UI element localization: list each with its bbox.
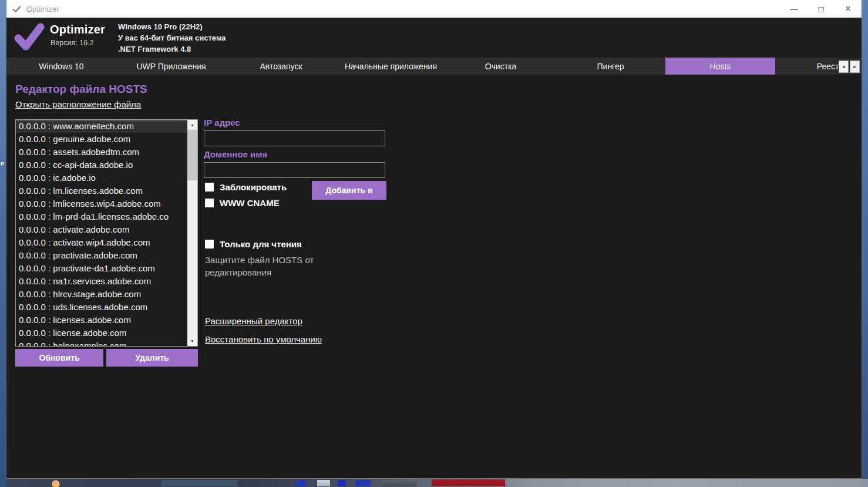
- block-checkbox-row[interactable]: Заблокировать: [205, 182, 287, 192]
- www-cname-checkbox[interactable]: [205, 199, 214, 207]
- domain-name-label: Доменное имя: [204, 149, 267, 159]
- delete-button[interactable]: Удалить: [106, 349, 198, 367]
- system-info: Windows 10 Pro (22H2) У вас 64-бит битна…: [118, 21, 226, 55]
- hosts-entry[interactable]: 0.0.0.0 : ic.adobe.io: [16, 172, 187, 184]
- hosts-entry[interactable]: 0.0.0.0 : cc-api-data.adobe.io: [16, 159, 187, 172]
- readonly-checkbox-label: Только для чтения: [220, 239, 302, 249]
- block-checkbox[interactable]: [205, 183, 214, 192]
- hosts-entry[interactable]: 0.0.0.0 : activate.adobe.com: [16, 223, 187, 236]
- hosts-entry[interactable]: 0.0.0.0 : na1r.services.adobe.com: [16, 275, 187, 288]
- scroll-up-icon: ▲: [190, 123, 194, 127]
- restore-defaults-link[interactable]: Восстановить по умолчанию: [205, 334, 322, 344]
- block-checkbox-label: Заблокировать: [220, 182, 287, 192]
- right-arrow-icon: ►: [853, 65, 857, 69]
- scroll-down-icon: ▼: [190, 339, 194, 343]
- tab[interactable]: Windows 10: [6, 58, 116, 75]
- window-title: Optimizer: [26, 5, 59, 14]
- hosts-entry[interactable]: 0.0.0.0 : helpexamples.com: [16, 340, 187, 346]
- tab-scroll-controls: ◄ ►: [839, 61, 860, 73]
- open-file-location-link[interactable]: Открыть расположение файла: [15, 99, 141, 109]
- hosts-entry[interactable]: 0.0.0.0 : practivate.adobe.com: [16, 249, 187, 262]
- arch-info: У вас 64-бит битная система: [118, 32, 226, 43]
- hosts-entry[interactable]: 0.0.0.0 : license.adobe.com: [16, 327, 187, 340]
- scrollbar-up-button[interactable]: ▲: [187, 120, 197, 130]
- tab[interactable]: Пингер: [556, 58, 665, 75]
- tab[interactable]: Очистка: [446, 58, 556, 75]
- hosts-entry[interactable]: 0.0.0.0 : lm-prd-da1.licenses.adobe.co: [16, 210, 187, 223]
- www-cname-checkbox-row[interactable]: WWW CNAME: [205, 198, 280, 208]
- left-arrow-icon: ◄: [842, 65, 846, 69]
- maximize-button[interactable]: □: [808, 0, 835, 18]
- os-info: Windows 10 Pro (22H2): [118, 21, 226, 32]
- hosts-listbox[interactable]: 0.0.0.0 : www.aomeitech.com0.0.0.0 : gen…: [15, 119, 198, 347]
- www-cname-checkbox-label: WWW CNAME: [220, 198, 280, 208]
- hosts-entry[interactable]: 0.0.0.0 : genuine.adobe.com: [16, 133, 187, 146]
- page-title: Редактор файла HOSTS: [15, 83, 147, 96]
- framework-info: .NET Framework 4.8: [118, 43, 226, 55]
- app-checkmark-icon: [12, 5, 22, 13]
- app-version: Версия: 16.2: [51, 39, 94, 47]
- add-entry-button[interactable]: Добавить в: [312, 181, 386, 200]
- minimize-button[interactable]: —: [780, 0, 808, 18]
- desktop-icon-label-fragment: P: [1, 161, 4, 167]
- optimizer-window: Optimizer — □ × Optimizer Версия: 16.2 W…: [6, 0, 862, 479]
- tab-bar: Windows 10UWP ПриложенияАвтозапускНачаль…: [6, 57, 862, 75]
- hosts-entry[interactable]: 0.0.0.0 : assets.adobedtm.com: [16, 146, 187, 159]
- hosts-entry[interactable]: 0.0.0.0 : lmlicenses.wip4.adobe.com: [16, 197, 187, 210]
- hosts-entry[interactable]: 0.0.0.0 : www.aomeitech.com: [16, 120, 187, 133]
- ip-address-input[interactable]: [204, 130, 385, 146]
- refresh-button[interactable]: Обновить: [15, 349, 103, 367]
- ip-address-label: IP адрес: [204, 117, 240, 127]
- hosts-entry[interactable]: 0.0.0.0 : activate.wip4.adobe.com: [16, 236, 187, 249]
- hosts-entry[interactable]: 0.0.0.0 : licenses.adobe.com: [16, 314, 187, 327]
- tab[interactable]: Hosts: [665, 58, 775, 75]
- readonly-checkbox[interactable]: [205, 240, 214, 248]
- tab-scroll-left-button[interactable]: ◄: [839, 61, 849, 73]
- scrollbar-thumb[interactable]: [187, 130, 197, 180]
- tab[interactable]: Начальные приложения: [336, 58, 446, 75]
- hosts-page: Редактор файла HOSTS Открыть расположени…: [6, 75, 862, 478]
- titlebar[interactable]: Optimizer — □ ×: [6, 0, 862, 18]
- close-icon: ×: [845, 3, 851, 15]
- app-header: Optimizer Версия: 16.2 Windows 10 Pro (2…: [6, 18, 862, 57]
- maximize-icon: □: [818, 4, 823, 14]
- domain-name-input[interactable]: [204, 162, 385, 178]
- window-controls: — □ ×: [780, 0, 862, 18]
- hosts-list-scrollbar[interactable]: ▲ ▼: [187, 120, 197, 346]
- hosts-editor-panel: IP адрес Доменное имя Заблокировать Доба…: [204, 115, 386, 426]
- tab-scroll-right-button[interactable]: ►: [850, 61, 860, 73]
- tab-list: Windows 10UWP ПриложенияАвтозапускНачаль…: [6, 58, 862, 75]
- advanced-editor-link[interactable]: Расширенный редактор: [205, 316, 302, 326]
- readonly-checkbox-row[interactable]: Только для чтения: [205, 239, 302, 249]
- protect-hosts-description: Защитите файл HOSTS от редактирования: [205, 254, 340, 278]
- desktop-wallpaper-strip: [0, 479, 868, 487]
- hosts-entry[interactable]: 0.0.0.0 : lm.licenses.adobe.com: [16, 184, 187, 197]
- minimize-icon: —: [790, 5, 798, 14]
- close-button[interactable]: ×: [835, 0, 862, 18]
- tab[interactable]: UWP Приложения: [116, 58, 226, 75]
- app-name: Optimizer: [50, 23, 105, 36]
- scrollbar-down-button[interactable]: ▼: [187, 336, 197, 346]
- hosts-entry[interactable]: 0.0.0.0 : hlrcv.stage.adobe.com: [16, 288, 187, 301]
- desktop-edge-strip: P: [0, 0, 6, 487]
- hosts-entry[interactable]: 0.0.0.0 : uds.licenses.adobe.com: [16, 301, 187, 314]
- tab[interactable]: Автозапуск: [226, 58, 336, 75]
- optimizer-logo-checkmark-icon: [14, 23, 45, 53]
- hosts-entry[interactable]: 0.0.0.0 : practivate-da1.adobe.com: [16, 262, 187, 275]
- hosts-entry-list: 0.0.0.0 : www.aomeitech.com0.0.0.0 : gen…: [16, 120, 187, 346]
